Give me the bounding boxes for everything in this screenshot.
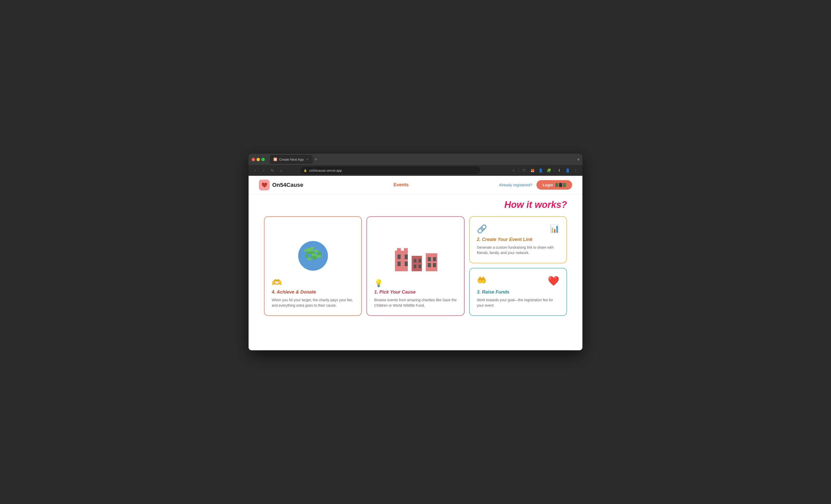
person-icon[interactable]: 👤 [537,167,544,174]
url-text: on54cause.vercel.app [309,169,342,173]
card4-text: When you hit your target, the charity pa… [272,297,354,308]
logo-area: On54Cause [259,180,303,190]
tab-favicon [274,157,277,161]
svg-rect-12 [419,265,421,268]
card2-text: Generate a custom fundraising link to sh… [477,245,559,256]
svg-rect-29 [316,255,321,258]
svg-point-0 [274,158,276,160]
card3-text: Work towards your goal—the registration … [477,297,559,308]
extensions-icon[interactable]: 🧩 [545,167,552,174]
hand-coins-icon: 🤲 [477,276,486,285]
svg-rect-2 [397,248,401,253]
login-label: Login [543,183,553,187]
page-content: On54Cause Events Already registered? Log… [249,176,582,350]
login-toggle [555,183,566,187]
browser-window: Create Next App ✕ + ▾ ‹ › ↻ ⌂ 🔒 on54caus… [249,154,582,350]
nav-right: Already registered? Login [499,180,572,190]
traffic-lights [252,158,265,161]
card2-header: 🔗 📊 [477,224,559,234]
card4-title: 4. Achieve & Donate [272,290,354,295]
profile-icon[interactable]: 👤 [564,167,571,174]
bulb-icon: 💡 [374,279,457,288]
svg-rect-17 [433,263,436,267]
shield-icon[interactable]: 🛡 [520,167,528,174]
nav-center: Events [303,182,499,187]
heart-icon: ❤️ [548,276,559,287]
bookmark-icon[interactable]: ☆ [510,167,517,174]
globe-container [272,239,354,272]
toolbar-divider [519,167,519,172]
maximize-button[interactable] [261,158,265,161]
svg-rect-14 [428,257,431,261]
puzzle-icon[interactable]: 🦊 [529,167,536,174]
card1-text: Browse events from amazing charities lik… [374,297,457,308]
main-content: How it works? [249,194,582,331]
toolbar-divider2 [554,167,554,172]
svg-rect-32 [305,255,308,258]
svg-rect-15 [433,257,436,261]
card-pick-cause: 💡 1. Pick Your Cause Browse events from … [367,216,464,316]
svg-rect-3 [404,248,408,253]
already-registered-text[interactable]: Already registered? [499,183,532,187]
svg-rect-5 [405,255,408,259]
back-button[interactable]: ‹ [252,167,258,174]
tab-dropdown-icon[interactable]: ▾ [577,157,579,162]
svg-rect-1 [395,251,408,271]
card3-title: 3. Raise Funds [477,290,559,295]
address-bar: ‹ › ↻ ⌂ 🔒 on54cause.vercel.app ☆ 🛡 🦊 👤 🧩… [249,165,582,176]
svg-rect-9 [414,259,416,263]
title-bar: Create Next App ✕ + ▾ [249,154,582,165]
toggle-bar-3 [563,183,566,187]
card1-title: 1. Pick Your Cause [374,290,457,295]
home-button[interactable]: ⌂ [278,167,285,174]
svg-rect-7 [405,262,408,266]
svg-rect-30 [313,258,317,260]
new-tab-button[interactable]: + [314,157,317,162]
close-button[interactable] [252,158,255,161]
svg-rect-31 [307,258,311,260]
logo-text: On54Cause [272,182,303,188]
link-icon: 🔗 [477,224,487,234]
how-it-works-title: How it works? [264,199,567,210]
svg-rect-6 [398,262,401,266]
minimize-button[interactable] [257,158,260,161]
forward-button[interactable]: › [260,167,267,174]
toolbar-icons: ☆ 🛡 🦊 👤 🧩 ⬇ 👤 ⋮ [510,167,579,174]
menu-icon[interactable]: ⋮ [572,167,579,174]
card-raise-funds: 🤲 ❤️ 3. Raise Funds Work towards your go… [469,268,567,316]
logo-icon [259,180,270,190]
reload-button[interactable]: ↻ [269,167,276,174]
chart-icon: 📊 [550,224,559,233]
svg-rect-8 [412,256,422,271]
url-bar[interactable]: 🔒 on54cause.vercel.app [300,167,480,174]
download-icon[interactable]: ⬇ [556,167,563,174]
tabs-area: Create Next App ✕ + ▾ [270,155,579,164]
svg-rect-21 [311,247,314,250]
navbar: On54Cause Events Already registered? Log… [249,176,582,194]
card-create-link: 🔗 📊 2. Create Your Event Link Generate a… [469,216,567,263]
svg-rect-13 [426,253,437,271]
svg-rect-23 [306,252,310,254]
tab-close-icon[interactable]: ✕ [306,157,309,161]
tab-title: Create Next App [279,157,304,161]
card2-title: 2. Create Your Event Link [477,237,559,242]
pixel-buildings [374,243,457,274]
login-button[interactable]: Login [537,180,572,190]
card3-header: 🤲 ❤️ [477,276,559,287]
cards-grid: 💡 1. Pick Your Cause Browse events from … [264,216,567,316]
svg-rect-11 [414,265,416,268]
card-achieve-donate: 🫶 4. Achieve & Donate When you hit your … [264,216,362,316]
toggle-bar-1 [555,183,558,187]
toggle-bar-2 [559,183,562,187]
svg-rect-28 [317,252,321,256]
heart-hand-icon: 🫶 [272,278,354,288]
nav-events-link[interactable]: Events [394,182,409,187]
svg-rect-10 [419,259,421,263]
svg-rect-4 [398,255,401,259]
browser-tab[interactable]: Create Next App ✕ [270,155,313,164]
svg-rect-16 [428,263,431,267]
url-lock-icon: 🔒 [304,169,307,172]
